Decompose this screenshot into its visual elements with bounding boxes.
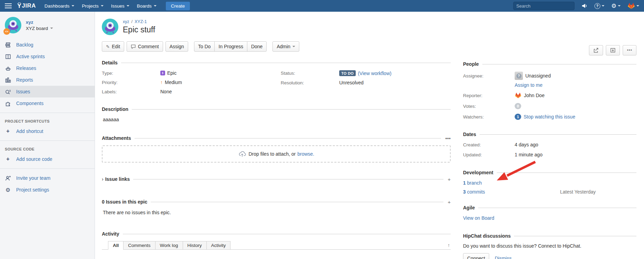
sidebar-divider [0, 113, 95, 113]
sidebar-item-active-sprints[interactable]: Active sprints [0, 51, 95, 62]
assign-button[interactable]: Assign [165, 41, 188, 52]
tab-all[interactable]: All [108, 241, 124, 250]
announcements-icon[interactable] [581, 3, 588, 9]
stop-watching-link[interactable]: Stop watching this issue [524, 114, 575, 120]
search-input[interactable] [516, 3, 577, 9]
project-settings[interactable]: ⚙ Project settings [0, 184, 95, 196]
breadcrumb-project-link[interactable]: xyz [123, 19, 129, 24]
pencil-icon: ✎ [106, 44, 110, 49]
issue-title: Epic stuff [123, 25, 155, 34]
sidebar-item-issues[interactable]: Issues [0, 86, 95, 97]
latest-commit-time: Latest Yesterday [560, 189, 596, 195]
view-on-board-link[interactable]: View on Board [463, 215, 494, 221]
details-section-header: Details [102, 60, 451, 65]
priority-value: Medium [165, 80, 182, 85]
dates-section-header: Dates [463, 132, 636, 137]
agile-section-header: Agile [463, 205, 636, 210]
attachments-section-header: Attachments ••• [102, 135, 451, 141]
epic-empty-message: There are no issues in this epic. [103, 210, 451, 215]
status-badge: TO DO [339, 70, 356, 76]
tab-activity[interactable]: Activity [206, 241, 231, 250]
share-button[interactable] [589, 45, 603, 55]
edit-button[interactable]: ✎Edit [102, 41, 124, 52]
reporter-value: John Doe [524, 93, 545, 98]
done-button[interactable]: Done [247, 41, 267, 52]
caret-down-icon [50, 28, 53, 29]
search-box[interactable] [513, 2, 575, 10]
backlog-icon [5, 42, 11, 48]
nav-projects[interactable]: Projects [78, 0, 107, 12]
resolution-label: Resolution: [281, 80, 339, 85]
attachment-dropzone[interactable]: Drop files to attach, or browse. [102, 145, 451, 163]
branches-link[interactable]: 1 branch [463, 180, 482, 186]
tab-history[interactable]: History [183, 241, 207, 250]
plus-icon: + [5, 128, 11, 134]
sidebar-divider [0, 168, 95, 169]
top-navbar: Ϋ JIRA Dashboards Projects Issues Boards… [0, 0, 644, 12]
nav-issues[interactable]: Issues [107, 0, 133, 12]
user-profile-menu[interactable] [627, 2, 639, 9]
tab-work-log[interactable]: Work log [155, 241, 183, 250]
more-actions-button[interactable]: ••• [623, 45, 636, 55]
breadcrumb: xyz/XYZ-1 [123, 19, 155, 24]
add-issue-to-epic-icon[interactable]: + [448, 199, 451, 205]
votes-label: Votes: [463, 104, 515, 109]
sidebar-item-reports[interactable]: Reports [0, 74, 95, 86]
caret-down-icon [72, 5, 74, 7]
breadcrumb-issue-link[interactable]: XYZ-1 [135, 19, 147, 24]
collapse-up-icon[interactable]: ↑ [448, 242, 451, 249]
project-avatar[interactable]: <> [5, 17, 21, 33]
nav-dashboards[interactable]: Dashboards [41, 0, 78, 12]
sidebar-item-components[interactable]: Components [0, 97, 95, 109]
browse-link[interactable]: browse. [297, 151, 314, 157]
sidebar-item-releases[interactable]: Releases [0, 62, 95, 74]
in-progress-button[interactable]: In Progress [214, 41, 247, 52]
jira-logo[interactable]: Ϋ JIRA [17, 2, 36, 10]
source-code-badge-icon: <> [3, 28, 10, 35]
labels-value: None [160, 89, 172, 94]
hipchat-connect-button[interactable]: Connect [463, 253, 489, 259]
assign-to-me-link[interactable]: Assign to me [515, 82, 543, 88]
bar-chart-icon [5, 77, 11, 83]
chevron-right-icon[interactable]: › [102, 176, 104, 182]
source-code-header: SOURCE CODE [0, 144, 95, 153]
development-section-header: Development [463, 170, 636, 175]
nav-boards[interactable]: Boards [133, 0, 160, 12]
invite-your-team[interactable]: Invite your team [0, 172, 95, 184]
project-name[interactable]: xyz [26, 20, 53, 25]
comment-button[interactable]: Comment [127, 41, 163, 52]
sidebar-item-backlog[interactable]: Backlog [0, 39, 95, 51]
watchers-badge: 1 [515, 114, 521, 120]
description-section-header: Description [102, 106, 451, 112]
attachments-more-icon[interactable]: ••• [445, 136, 451, 141]
project-shortcuts-header: PROJECT SHORTCUTS [0, 116, 95, 125]
hamburger-icon[interactable] [5, 3, 12, 8]
tab-comments[interactable]: Comments [123, 241, 155, 250]
hipchat-dismiss-link[interactable]: Dismiss [495, 256, 512, 259]
epic-type-icon [160, 71, 165, 75]
add-source-code-button[interactable]: + Add source code [0, 153, 95, 165]
todo-button[interactable]: To Do [194, 41, 215, 52]
export-button[interactable] [606, 45, 620, 55]
caret-down-icon [127, 5, 129, 7]
user-avatar [627, 2, 635, 9]
description-text[interactable]: aaaaaa [103, 117, 451, 122]
type-value: Epic [167, 70, 176, 76]
caret-down-icon [154, 5, 157, 7]
admin-settings-menu[interactable]: ⚙ [611, 3, 621, 9]
create-button[interactable]: Create [166, 2, 190, 10]
created-value: 4 days ago [515, 142, 538, 147]
board-switcher[interactable]: XYZ board [26, 26, 53, 31]
commits-link[interactable]: 3 commits [463, 189, 485, 195]
add-issue-link-icon[interactable]: + [448, 177, 451, 182]
help-menu[interactable]: ? [594, 3, 604, 9]
caret-down-icon [618, 5, 621, 7]
add-shortcut-button[interactable]: + Add shortcut [0, 125, 95, 137]
admin-button[interactable]: Admin [272, 41, 299, 52]
component-icon [5, 100, 11, 106]
search-list-icon [5, 89, 11, 95]
gear-icon: ⚙ [611, 3, 616, 9]
workflow-button-group: To Do In Progress Done [194, 41, 267, 52]
status-label: Status: [281, 71, 339, 76]
view-workflow-link[interactable]: (View workflow) [358, 71, 391, 76]
